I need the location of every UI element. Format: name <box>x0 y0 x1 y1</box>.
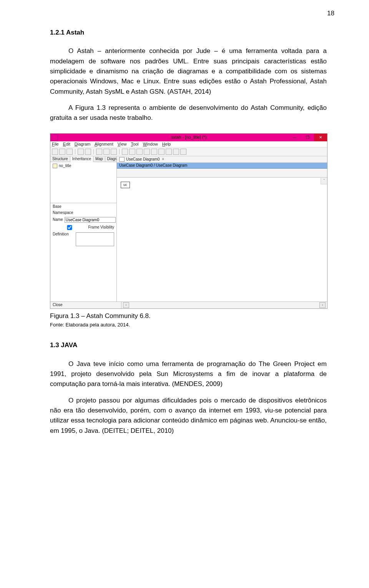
toolbar-icon[interactable] <box>173 149 179 155</box>
breadcrumb: UseCase Diagram0 / UseCase Diagram <box>117 163 327 169</box>
toolbar-icon[interactable] <box>144 149 150 155</box>
property-panel: Base Namespace Name Frame Visibility Def… <box>50 203 116 301</box>
diagram-toolbar <box>117 169 327 177</box>
toolbar-icon[interactable] <box>129 149 135 155</box>
prop-base-label: Base <box>53 205 74 209</box>
paragraph: O Astah – anteriormente conhecida por Ju… <box>50 46 327 97</box>
editor-area: UseCase Diagram0 × UseCase Diagram0 / Us… <box>117 156 327 301</box>
minimize-button[interactable]: — <box>288 134 301 141</box>
separator <box>93 149 94 154</box>
separator <box>119 149 120 154</box>
left-panel: Structure Inheritance Map Diagram no_tit… <box>50 156 117 301</box>
figure-astah-screenshot: astah - [no_title] (*) — ❐ ✕ FFileile Ed… <box>50 133 327 309</box>
section-heading-astah: 1.2.1 Astah <box>50 28 327 38</box>
figure-source: Fonte: Elaborada pela autora, 2014. <box>50 321 327 329</box>
toolbar-icon[interactable] <box>66 149 73 155</box>
tree-node-label: no_title <box>59 164 71 168</box>
scroll-right-button[interactable]: › <box>319 302 326 308</box>
usecase-frame-label[interactable]: uc <box>121 182 130 188</box>
document-tab-label: UseCase Diagram0 <box>126 157 160 161</box>
tab-inheritance[interactable]: Inheritance <box>70 156 93 162</box>
diagram-canvas[interactable]: uc ˄ <box>117 177 327 301</box>
close-tab-icon[interactable]: × <box>162 157 164 161</box>
menu-diagram[interactable]: Diagram <box>75 142 91 146</box>
paragraph: A Figura 1.3 representa o ambiente de de… <box>50 103 327 123</box>
status-close[interactable]: Close <box>50 302 121 308</box>
separator <box>75 149 75 154</box>
definition-textarea[interactable] <box>76 232 114 246</box>
menu-edit[interactable]: Edit <box>63 142 70 146</box>
toolbar-icon[interactable] <box>59 149 65 155</box>
menu-tool[interactable]: Tool <box>131 142 138 146</box>
toolbar-icon[interactable] <box>52 149 58 155</box>
menu-file[interactable]: FFileile <box>52 142 59 146</box>
prop-name-label: Name <box>53 218 63 222</box>
toolbar-icon[interactable] <box>151 149 157 155</box>
zoom-out-icon[interactable] <box>96 149 102 155</box>
horizontal-scrollbar[interactable]: ‹ › <box>121 302 327 308</box>
app-icon <box>52 134 58 141</box>
menu-help[interactable]: Help <box>162 142 171 146</box>
diagram-icon <box>119 157 125 162</box>
toolbar-icon[interactable] <box>166 149 172 155</box>
figure-caption: Figura 1.3 – Astah Community 6.8. <box>50 311 327 321</box>
prop-definition-label: Definition <box>53 232 74 236</box>
paragraph: O Java teve início como uma ferramenta d… <box>50 359 327 389</box>
scroll-left-button[interactable]: ‹ <box>123 302 129 308</box>
close-button[interactable]: ✕ <box>314 134 327 141</box>
menu-window[interactable]: Window <box>143 142 158 146</box>
astah-window: astah - [no_title] (*) — ❐ ✕ FFileile Ed… <box>50 133 327 309</box>
prop-name-input[interactable] <box>65 217 116 223</box>
menu-bar: FFileile Edit Diagram Alignment View Too… <box>50 141 327 147</box>
maximize-button[interactable]: ❐ <box>301 134 314 141</box>
toolbar-icon[interactable] <box>158 149 165 155</box>
toolbar-icon[interactable] <box>180 149 186 155</box>
prop-frame-label: Frame Visibility <box>88 225 114 229</box>
prop-namespace-label: Namespace <box>53 211 74 215</box>
toolbar-icon[interactable] <box>78 149 84 155</box>
tab-structure[interactable]: Structure <box>50 156 70 162</box>
astah-titlebar: astah - [no_title] (*) — ❐ ✕ <box>50 134 327 141</box>
section-heading-java: 1.3 JAVA <box>50 340 327 350</box>
menu-alignment[interactable]: Alignment <box>95 142 113 146</box>
document-tab[interactable]: UseCase Diagram0 × <box>117 156 327 163</box>
scroll-up-button[interactable]: ˄ <box>321 178 327 184</box>
page-number: 18 <box>327 8 334 18</box>
frame-visibility-checkbox[interactable] <box>53 225 86 230</box>
project-tree[interactable]: no_title <box>50 162 116 203</box>
main-toolbar <box>50 147 327 156</box>
status-bar: Close ‹ › <box>50 301 327 308</box>
toolbar-icon[interactable] <box>136 149 143 155</box>
zoom-in-icon[interactable] <box>103 149 110 155</box>
tab-map[interactable]: Map <box>93 156 105 162</box>
left-tabs: Structure Inheritance Map Diagram <box>50 156 116 162</box>
toolbar-icon[interactable] <box>85 149 91 155</box>
zoom-fit-icon[interactable] <box>111 149 117 155</box>
folder-icon <box>53 164 57 168</box>
paragraph: O projeto passou por algumas dificuldade… <box>50 396 327 436</box>
toolbar-icon[interactable] <box>122 149 128 155</box>
window-title: astah - [no_title] (*) <box>171 135 207 139</box>
menu-view[interactable]: View <box>118 142 127 146</box>
